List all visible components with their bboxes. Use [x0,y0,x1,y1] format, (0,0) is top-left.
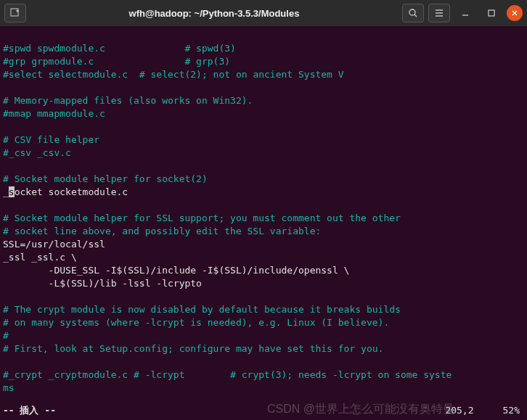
scroll-percent: 52% [503,404,520,417]
code-line: #mmap mmapmodule.c [3,108,105,119]
code-line: -DUSE_SSL -I$(SSL)/include -I$(SSL)/incl… [3,265,349,276]
code-line: # Memory-mapped files (also works on Win… [3,95,253,106]
code-line: SSL=/usr/local/ssl [3,239,105,250]
maximize-icon [487,9,496,17]
code-line: # First, look at Setup.config; configure… [3,343,383,354]
new-tab-icon [10,8,20,18]
new-tab-button[interactable] [4,4,26,22]
code-line: #spwd spwdmodule.c # spwd(3) [3,43,236,54]
search-button[interactable] [402,4,424,22]
code-line: #_crypt _cryptmodule.c # -lcrypt # crypt… [3,369,452,380]
code-line: #grp grpmodule.c # grp(3) [3,56,230,67]
vim-mode: -- 插入 -- [3,404,56,417]
blank-line [3,121,9,132]
close-button[interactable] [507,5,523,21]
menu-button[interactable] [428,4,450,22]
watermark: CSDN @世界上怎么可能没有奥特曼 [267,402,454,417]
titlebar: wfh@hadoop: ~/Python-3.5.3/Modules [0,0,527,26]
minimize-button[interactable] [454,9,476,17]
code-line: # Socket module helper for SSL support; … [3,213,401,223]
blank-line [3,291,9,302]
minimize-icon [461,9,470,17]
code-line: # [3,330,9,341]
svg-line-4 [414,15,417,17]
code-line: #select selectmodule.c # select(2); not … [3,69,344,80]
code-line: # Socket module helper for socket(2) [3,173,208,184]
blank-line [3,199,9,210]
code-line: ms [3,382,15,393]
code-line-cursor: _socket socketmodule.c [3,186,128,197]
code-line: #_csv _csv.c [3,147,71,158]
code-line: # on many systems (where -lcrypt is need… [3,317,389,328]
svg-point-3 [409,9,415,15]
maximize-button[interactable] [481,9,502,17]
window-title: wfh@hadoop: ~/Python-3.5.3/Modules [30,8,398,19]
search-icon [408,8,418,18]
terminal-content[interactable]: #spwd spwdmodule.c # spwd(3) #grp grpmod… [0,26,527,395]
code-line: # socket line above, and possibly edit t… [3,226,321,236]
code-line: # CSV file helper [3,134,99,145]
code-line: _ssl _ssl.c \ [3,252,77,263]
close-icon [511,9,518,17]
cursor: s [9,186,15,197]
code-line: # The crypt module is now disabled by de… [3,304,401,315]
code-line: -L$(SSL)/lib -lssl -lcrypto [3,278,202,289]
hamburger-icon [434,8,444,18]
blank-line [3,356,9,367]
svg-rect-9 [489,10,494,16]
blank-line [3,160,9,171]
blank-line [3,82,9,93]
